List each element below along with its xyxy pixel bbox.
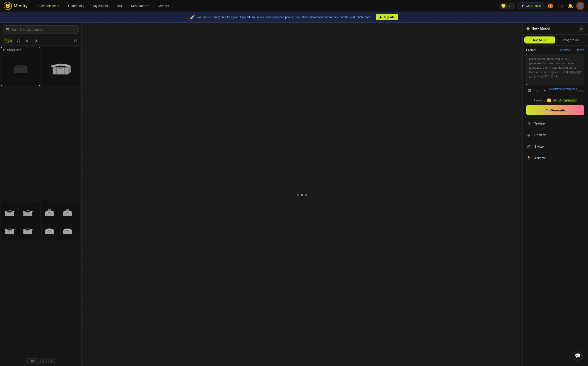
- resize-tool-button[interactable]: ⤡: [534, 87, 540, 94]
- new-model-icon: ◈: [526, 26, 530, 31]
- sort-filter-button[interactable]: ⊟: [72, 37, 79, 44]
- chat-bubble-button[interactable]: 💬: [573, 351, 583, 361]
- status-dot-1: [3, 49, 5, 51]
- cost-original: 20: [553, 99, 556, 102]
- grid-icon: ⊞: [5, 38, 8, 43]
- asset-card-3[interactable]: [1, 201, 40, 240]
- bell-icon: 🔔: [568, 3, 573, 8]
- prompt-tools: 🖼 ⤡ ✦ #ChristmasAdventure#: [526, 87, 577, 94]
- prompt-section: Prompt Examples | Tutorials 🖼 ⤡: [523, 46, 588, 97]
- remesh-tool-item[interactable]: ◈ Remesh: [523, 129, 588, 141]
- remesh-tool-icon: ◈: [526, 132, 532, 137]
- nav-api[interactable]: API: [113, 3, 126, 9]
- workspace-icon: ✦: [37, 4, 39, 8]
- image-tool-button[interactable]: 🖼: [526, 87, 533, 94]
- lightning-icon: ⚡: [521, 4, 524, 8]
- top-navigation: 🐱 Meshy ✦ Workspace ▾ Community My Asset…: [0, 0, 588, 12]
- logo-area[interactable]: 🐱 Meshy: [4, 2, 28, 10]
- next-page-button[interactable]: ›: [48, 358, 55, 364]
- image-tool-icon: 🖼: [528, 89, 531, 92]
- asset-card-4[interactable]: [41, 201, 81, 240]
- svg-rect-1: [19, 66, 23, 68]
- magic-tool-button[interactable]: ✦: [542, 87, 548, 94]
- animate-tool-item[interactable]: 🏃 Animate: [523, 152, 588, 164]
- texture-tool-icon: ≋: [526, 121, 532, 126]
- get-credits-button[interactable]: ⚡ Get Credits: [517, 2, 544, 9]
- filter-animate-button[interactable]: 🏃: [32, 38, 40, 44]
- char-count: 0/ 500: [577, 89, 584, 92]
- user-avatar[interactable]: 👤: [576, 2, 584, 10]
- generate-icon: ✦: [545, 108, 548, 112]
- page-info: 1/1: [26, 358, 38, 364]
- chat-icon: 💬: [575, 353, 580, 358]
- asset-card-canvas-1: [1, 47, 40, 86]
- stylize-tool-icon: ◎: [526, 144, 532, 149]
- time-estimate: 1 minute: [534, 99, 545, 102]
- prompt-footer: 🖼 ⤡ ✦ #ChristmasAdventure# 0/ 500: [526, 87, 584, 94]
- asset-card-1[interactable]: Texturing 95%: [1, 47, 40, 86]
- right-panel: ◈ New Model ✕ Text to 3D Image to 3D Pro…: [522, 23, 588, 366]
- prompt-label: Prompt: [526, 48, 536, 52]
- cost-coin-icon: 🟡: [547, 98, 551, 103]
- upgrade-icon: ◈: [379, 15, 382, 19]
- asset-status-1: Texturing 95%: [3, 48, 22, 51]
- asset-card-2[interactable]: [41, 47, 81, 86]
- cube-icon: ⬡: [17, 38, 20, 43]
- loading-dot-2: [301, 194, 303, 196]
- examples-link[interactable]: Examples: [558, 48, 570, 52]
- status-pct-1: 95%: [16, 48, 22, 51]
- tab-image-to-3d[interactable]: Image to 3D: [556, 37, 586, 44]
- notifications-button[interactable]: 🔔: [566, 2, 574, 10]
- texture-filter-icon: ≋: [26, 38, 29, 43]
- status-label-1: Texturing: [5, 48, 16, 51]
- search-icon: 🔍: [6, 27, 10, 32]
- generate-button[interactable]: ✦ Generate: [526, 105, 584, 115]
- coin-icon: 🟡: [501, 4, 506, 8]
- svg-rect-15: [48, 212, 51, 213]
- viewport: [82, 23, 522, 366]
- upgrade-banner: 🚀 You are currently on a free plan. Upgr…: [0, 12, 588, 23]
- asset-card-canvas-3: [1, 201, 40, 240]
- close-panel-button[interactable]: ✕: [578, 25, 584, 32]
- nav-myassets[interactable]: My Assets: [90, 3, 111, 9]
- hashtag-text: #ChristmasAdventure#: [549, 87, 577, 94]
- prev-page-button[interactable]: ‹: [40, 358, 47, 364]
- prompt-textarea[interactable]: [526, 54, 584, 85]
- banner-icon: 🚀: [190, 15, 195, 20]
- filter-icon: ⊟: [74, 38, 77, 43]
- svg-rect-9: [26, 212, 29, 213]
- animate-filter-icon: 🏃: [34, 38, 38, 43]
- search-input[interactable]: [12, 28, 76, 31]
- assets-grid: Texturing 95%: [0, 46, 81, 355]
- logo-text: Meshy: [14, 3, 28, 8]
- filter-texture-button[interactable]: ≋: [24, 38, 30, 44]
- nav-careers[interactable]: Careers: [154, 3, 173, 9]
- pagination: 1/1 ‹ ›: [0, 355, 81, 366]
- logo-icon: 🐱: [4, 2, 12, 10]
- loading-dot-3: [305, 194, 307, 196]
- svg-rect-5: [64, 68, 65, 74]
- tab-text-to-3d[interactable]: Text to 3D: [524, 37, 555, 44]
- filter-all-button[interactable]: ⊞ All: [3, 38, 13, 44]
- main-layout: 🔍 ⊞ All ⬡ ≋ 🏃 ⊟: [0, 23, 588, 366]
- stylize-tool-item[interactable]: ◎ Stylize: [523, 141, 588, 152]
- help-button[interactable]: ?: [556, 2, 565, 10]
- nav-workspace[interactable]: ✦ Workspace ▾: [33, 3, 63, 9]
- nav-resources[interactable]: Resources ▾: [127, 3, 152, 9]
- prompt-links: Examples | Tutorials: [558, 48, 584, 52]
- texture-tool-item[interactable]: ≋ Texture: [523, 118, 588, 129]
- search-bar: 🔍: [3, 25, 79, 34]
- resize-tool-icon: ⤡: [536, 89, 538, 92]
- nav-community[interactable]: Community: [65, 3, 88, 9]
- filter-3d-button[interactable]: ⬡: [15, 38, 22, 44]
- svg-rect-11: [8, 230, 11, 231]
- animate-tool-icon: 🏃: [526, 156, 532, 160]
- upgrade-button[interactable]: ◈ Upgrade: [376, 14, 398, 20]
- gift-button[interactable]: 🎁: [546, 2, 555, 10]
- next-icon: ›: [51, 359, 52, 363]
- svg-rect-7: [8, 212, 11, 213]
- panel-header: ◈ New Model ✕: [523, 23, 588, 35]
- tutorials-link[interactable]: Tutorials: [574, 48, 584, 52]
- credits-badge[interactable]: 🟡 170: [498, 3, 515, 9]
- asset-card-canvas-4: [41, 201, 80, 240]
